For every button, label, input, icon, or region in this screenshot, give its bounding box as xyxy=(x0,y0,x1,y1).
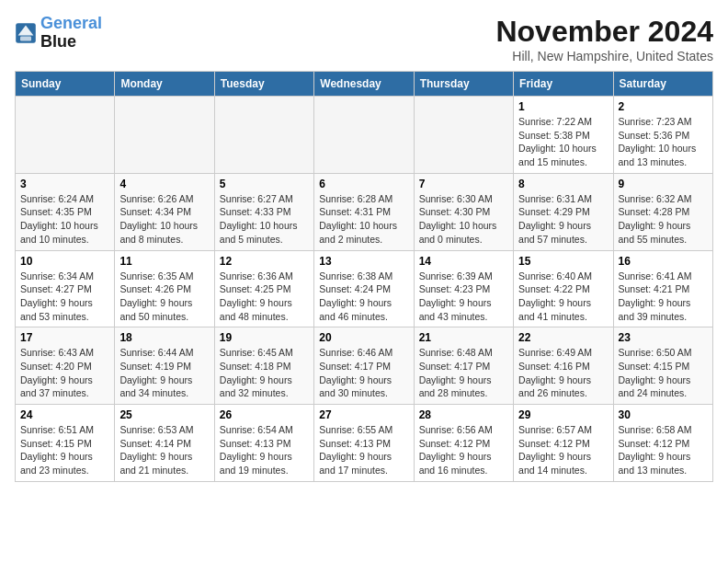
calendar-day-cell: 30Sunrise: 6:58 AM Sunset: 4:12 PM Dayli… xyxy=(613,405,712,482)
calendar-day-cell: 2Sunrise: 7:23 AM Sunset: 5:36 PM Daylig… xyxy=(613,97,712,174)
calendar-day-cell: 6Sunrise: 6:28 AM Sunset: 4:31 PM Daylig… xyxy=(314,173,414,250)
day-info: Sunrise: 6:34 AM Sunset: 4:27 PM Dayligh… xyxy=(20,270,109,324)
logo: General Blue xyxy=(15,15,102,52)
day-number: 10 xyxy=(20,255,109,268)
day-number: 18 xyxy=(119,331,209,344)
day-info: Sunrise: 6:51 AM Sunset: 4:15 PM Dayligh… xyxy=(20,423,109,477)
day-number: 3 xyxy=(20,178,109,190)
calendar-day-cell: 10Sunrise: 6:34 AM Sunset: 4:27 PM Dayli… xyxy=(16,250,115,327)
calendar-table: SundayMondayTuesdayWednesdayThursdayFrid… xyxy=(15,71,713,482)
day-info: Sunrise: 6:45 AM Sunset: 4:18 PM Dayligh… xyxy=(220,346,309,400)
day-info: Sunrise: 6:31 AM Sunset: 4:29 PM Dayligh… xyxy=(518,192,608,247)
weekday-cell: Monday xyxy=(115,72,214,97)
weekday-cell: Saturday xyxy=(613,72,712,97)
day-info: Sunrise: 6:27 AM Sunset: 4:33 PM Dayligh… xyxy=(220,192,309,247)
calendar-day-cell: 14Sunrise: 6:39 AM Sunset: 4:23 PM Dayli… xyxy=(414,250,513,327)
day-number: 16 xyxy=(619,255,708,268)
calendar-week-row: 10Sunrise: 6:34 AM Sunset: 4:27 PM Dayli… xyxy=(16,250,713,327)
calendar-body: 1Sunrise: 7:22 AM Sunset: 5:38 PM Daylig… xyxy=(16,97,713,482)
calendar-day-cell: 29Sunrise: 6:57 AM Sunset: 4:12 PM Dayli… xyxy=(514,405,613,482)
calendar-day-cell: 5Sunrise: 6:27 AM Sunset: 4:33 PM Daylig… xyxy=(214,173,313,250)
calendar-day-cell: 22Sunrise: 6:49 AM Sunset: 4:16 PM Dayli… xyxy=(514,327,613,405)
day-info: Sunrise: 6:53 AM Sunset: 4:14 PM Dayligh… xyxy=(119,423,209,477)
day-number: 17 xyxy=(20,331,109,344)
calendar-day-cell: 26Sunrise: 6:54 AM Sunset: 4:13 PM Dayli… xyxy=(214,405,313,482)
day-info: Sunrise: 6:58 AM Sunset: 4:12 PM Dayligh… xyxy=(619,423,708,477)
calendar-day-cell: 15Sunrise: 6:40 AM Sunset: 4:22 PM Dayli… xyxy=(514,250,613,327)
calendar-day-cell xyxy=(414,97,513,174)
day-info: Sunrise: 6:32 AM Sunset: 4:28 PM Dayligh… xyxy=(619,192,708,247)
day-info: Sunrise: 7:23 AM Sunset: 5:36 PM Dayligh… xyxy=(619,115,708,169)
weekday-header: SundayMondayTuesdayWednesdayThursdayFrid… xyxy=(16,72,713,97)
day-info: Sunrise: 6:39 AM Sunset: 4:23 PM Dayligh… xyxy=(419,270,508,324)
calendar-week-row: 24Sunrise: 6:51 AM Sunset: 4:15 PM Dayli… xyxy=(16,405,713,482)
calendar-day-cell: 13Sunrise: 6:38 AM Sunset: 4:24 PM Dayli… xyxy=(314,250,414,327)
day-info: Sunrise: 6:56 AM Sunset: 4:12 PM Dayligh… xyxy=(419,423,508,477)
calendar-day-cell: 9Sunrise: 6:32 AM Sunset: 4:28 PM Daylig… xyxy=(613,173,712,250)
calendar-day-cell xyxy=(115,97,214,174)
calendar-day-cell xyxy=(214,97,313,174)
day-number: 6 xyxy=(319,178,408,190)
day-info: Sunrise: 7:22 AM Sunset: 5:38 PM Dayligh… xyxy=(518,115,608,169)
calendar-week-row: 17Sunrise: 6:43 AM Sunset: 4:20 PM Dayli… xyxy=(16,327,713,405)
day-info: Sunrise: 6:54 AM Sunset: 4:13 PM Dayligh… xyxy=(220,423,309,477)
calendar-day-cell: 12Sunrise: 6:36 AM Sunset: 4:25 PM Dayli… xyxy=(214,250,313,327)
weekday-cell: Thursday xyxy=(414,72,513,97)
day-number: 4 xyxy=(119,178,209,190)
calendar-day-cell: 18Sunrise: 6:44 AM Sunset: 4:19 PM Dayli… xyxy=(115,327,214,405)
day-info: Sunrise: 6:24 AM Sunset: 4:35 PM Dayligh… xyxy=(20,192,109,247)
calendar-day-cell: 3Sunrise: 6:24 AM Sunset: 4:35 PM Daylig… xyxy=(16,173,115,250)
day-number: 19 xyxy=(220,331,309,344)
calendar-day-cell xyxy=(16,97,115,174)
day-number: 24 xyxy=(20,408,109,421)
day-number: 27 xyxy=(319,408,408,421)
svg-rect-2 xyxy=(20,36,31,40)
weekday-cell: Wednesday xyxy=(314,72,414,97)
day-number: 30 xyxy=(619,408,708,421)
day-info: Sunrise: 6:43 AM Sunset: 4:20 PM Dayligh… xyxy=(20,346,109,400)
day-info: Sunrise: 6:35 AM Sunset: 4:26 PM Dayligh… xyxy=(119,270,209,324)
day-info: Sunrise: 6:28 AM Sunset: 4:31 PM Dayligh… xyxy=(319,192,408,247)
day-info: Sunrise: 6:40 AM Sunset: 4:22 PM Dayligh… xyxy=(518,270,608,324)
day-number: 21 xyxy=(419,331,508,344)
calendar-day-cell: 16Sunrise: 6:41 AM Sunset: 4:21 PM Dayli… xyxy=(613,250,712,327)
day-info: Sunrise: 6:38 AM Sunset: 4:24 PM Dayligh… xyxy=(319,270,408,324)
day-number: 25 xyxy=(119,408,209,421)
day-info: Sunrise: 6:26 AM Sunset: 4:34 PM Dayligh… xyxy=(119,192,209,247)
day-info: Sunrise: 6:55 AM Sunset: 4:13 PM Dayligh… xyxy=(319,423,408,477)
logo-text: General Blue xyxy=(40,15,102,52)
day-number: 14 xyxy=(419,255,508,268)
weekday-cell: Tuesday xyxy=(214,72,313,97)
calendar-day-cell: 23Sunrise: 6:50 AM Sunset: 4:15 PM Dayli… xyxy=(613,327,712,405)
day-info: Sunrise: 6:41 AM Sunset: 4:21 PM Dayligh… xyxy=(619,270,708,324)
day-info: Sunrise: 6:46 AM Sunset: 4:17 PM Dayligh… xyxy=(319,346,408,400)
weekday-cell: Friday xyxy=(514,72,613,97)
day-number: 11 xyxy=(119,255,209,268)
calendar-day-cell xyxy=(314,97,414,174)
calendar-day-cell: 1Sunrise: 7:22 AM Sunset: 5:38 PM Daylig… xyxy=(514,97,613,174)
day-info: Sunrise: 6:44 AM Sunset: 4:19 PM Dayligh… xyxy=(119,346,209,400)
day-number: 29 xyxy=(518,408,608,421)
calendar-week-row: 3Sunrise: 6:24 AM Sunset: 4:35 PM Daylig… xyxy=(16,173,713,250)
day-number: 26 xyxy=(220,408,309,421)
calendar-week-row: 1Sunrise: 7:22 AM Sunset: 5:38 PM Daylig… xyxy=(16,97,713,174)
weekday-cell: Sunday xyxy=(16,72,115,97)
calendar-day-cell: 17Sunrise: 6:43 AM Sunset: 4:20 PM Dayli… xyxy=(16,327,115,405)
day-number: 5 xyxy=(220,178,309,190)
day-info: Sunrise: 6:48 AM Sunset: 4:17 PM Dayligh… xyxy=(419,346,508,400)
day-number: 15 xyxy=(518,255,608,268)
calendar-day-cell: 8Sunrise: 6:31 AM Sunset: 4:29 PM Daylig… xyxy=(514,173,613,250)
day-number: 28 xyxy=(419,408,508,421)
day-number: 13 xyxy=(319,255,408,268)
header: General Blue November 2024 Hill, New Ham… xyxy=(15,15,713,63)
calendar-day-cell: 21Sunrise: 6:48 AM Sunset: 4:17 PM Dayli… xyxy=(414,327,513,405)
day-number: 22 xyxy=(518,331,608,344)
day-info: Sunrise: 6:57 AM Sunset: 4:12 PM Dayligh… xyxy=(518,423,608,477)
day-number: 1 xyxy=(518,100,608,113)
calendar-day-cell: 7Sunrise: 6:30 AM Sunset: 4:30 PM Daylig… xyxy=(414,173,513,250)
title-area: November 2024 Hill, New Hampshire, Unite… xyxy=(495,15,713,63)
calendar-day-cell: 27Sunrise: 6:55 AM Sunset: 4:13 PM Dayli… xyxy=(314,405,414,482)
calendar-day-cell: 20Sunrise: 6:46 AM Sunset: 4:17 PM Dayli… xyxy=(314,327,414,405)
day-number: 9 xyxy=(619,178,708,190)
day-info: Sunrise: 6:30 AM Sunset: 4:30 PM Dayligh… xyxy=(419,192,508,247)
